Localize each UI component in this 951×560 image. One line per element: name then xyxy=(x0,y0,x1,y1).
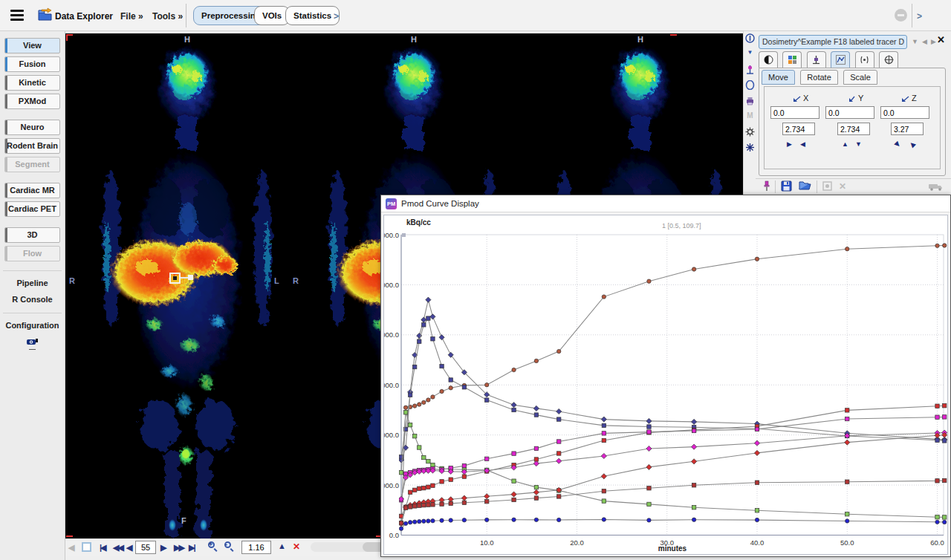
first-frame-button[interactable]: |◀ xyxy=(100,541,106,554)
pmod-logo-icon: PM xyxy=(386,198,397,209)
orientation-label-left-1: L xyxy=(274,276,279,285)
zoom-factor-input[interactable] xyxy=(241,541,271,554)
hamburger-menu-icon[interactable] xyxy=(10,10,24,21)
sidebar-divider-2 xyxy=(3,313,62,313)
orientation-label-head-3: H xyxy=(637,35,643,44)
frame-number-input[interactable] xyxy=(135,541,156,554)
reset-zoom-button[interactable]: ✕ xyxy=(293,541,300,552)
last-frame-button[interactable]: ▶| xyxy=(189,541,195,554)
sidebar-item-pipeline[interactable]: Pipeline xyxy=(0,279,65,287)
z-step-input[interactable] xyxy=(891,123,924,135)
vois-button[interactable]: VOIs xyxy=(254,6,290,25)
sidebar-item-kinetic[interactable]: Kinetic xyxy=(4,75,60,91)
gear-icon[interactable] xyxy=(744,127,756,140)
collapse-arrow-icon[interactable]: ▼ xyxy=(744,49,756,62)
save-icon[interactable] xyxy=(781,180,792,195)
y-tick-label: 2000.0 xyxy=(384,431,399,439)
chart-y-unit-label: kBq/cc xyxy=(406,218,431,227)
info-icon[interactable] xyxy=(744,33,756,47)
study-selector-combo[interactable]: Dosimetry^Example F18 labeled tracer D xyxy=(759,35,907,49)
sidebar-item-rodent-brain[interactable]: Rodent Brain xyxy=(4,138,60,154)
move-parameters-box: X Y Z ▶ ◀ ▲ ▼ ▶ ◀ xyxy=(764,86,941,169)
sidebar-item-cardiac-mr[interactable]: Cardiac MR xyxy=(4,183,60,198)
sidebar-item-r-console[interactable]: R Console xyxy=(0,295,65,304)
sidebar-item-configuration[interactable]: Configuration xyxy=(0,321,65,330)
curve-window-titlebar[interactable]: PM Pmod Curve Display xyxy=(381,195,950,212)
zoom-out-icon[interactable]: - xyxy=(224,541,235,552)
pmod-curve-display-window: PM Pmod Curve Display 10.020.030.040.050… xyxy=(380,195,951,557)
combo-next-icon[interactable]: ▶ xyxy=(931,38,936,45)
ellipse-roi-icon[interactable] xyxy=(744,80,756,94)
x-offset-input[interactable] xyxy=(770,106,819,119)
tab-rotate[interactable]: Rotate xyxy=(800,70,837,85)
sidebar-item-segment: Segment xyxy=(4,157,60,172)
y-step-input[interactable] xyxy=(837,123,870,135)
viewer-side-toolbar: ▼ M xyxy=(743,31,756,195)
data-explorer-icon[interactable] xyxy=(37,7,53,25)
pin-icon[interactable] xyxy=(762,180,771,195)
y-tick-label: 5000.0 xyxy=(384,281,399,289)
tab-reslice-tool[interactable] xyxy=(807,51,826,68)
y-step-down-button[interactable]: ▼ xyxy=(855,140,862,148)
open-folder-icon[interactable] xyxy=(799,180,811,194)
orientation-label-right-2: R xyxy=(293,276,299,285)
configuration-icon[interactable] xyxy=(25,336,41,350)
x-step-left-button[interactable]: ◀ xyxy=(800,140,805,148)
z-offset-input[interactable] xyxy=(880,106,929,119)
y-offset-input[interactable] xyxy=(825,106,874,119)
sidebar-item-view[interactable]: View xyxy=(4,38,60,53)
y-tick-label: 0.0 xyxy=(389,531,399,539)
y-tick-label: 4000.0 xyxy=(384,331,399,339)
curve-window-title: Pmod Curve Display xyxy=(401,199,479,208)
zoom-up-button[interactable]: ▲ xyxy=(278,541,286,550)
z-step-in-button[interactable]: ▶ xyxy=(895,140,900,148)
x-step-right-button[interactable]: ▶ xyxy=(787,140,792,148)
zoom-in-icon[interactable]: + xyxy=(208,541,218,552)
y-axis-header: Y xyxy=(848,94,863,102)
layout-checkbox-icon[interactable] xyxy=(82,542,91,552)
tab-rotation[interactable] xyxy=(855,51,874,68)
tab-curves[interactable] xyxy=(831,51,850,68)
z-step-out-button[interactable]: ◀ xyxy=(910,140,915,148)
sidebar-item-flow: Flow xyxy=(4,246,60,261)
next-frame-button[interactable]: ▶ xyxy=(160,541,165,554)
y-step-up-button[interactable]: ▲ xyxy=(842,140,848,148)
spider-view-icon[interactable] xyxy=(744,143,756,156)
plot-handle xyxy=(402,233,406,237)
previous-frame-button[interactable]: ◀ xyxy=(126,541,131,554)
sidebar-item-fusion[interactable]: Fusion xyxy=(4,56,60,72)
statistics-button[interactable]: Statistics xyxy=(285,6,340,25)
tab-scale[interactable]: Scale xyxy=(843,70,877,85)
tab-crosshair[interactable] xyxy=(879,51,898,68)
x-tick-label: 60.0 xyxy=(930,538,944,547)
x-tick-label: 20.0 xyxy=(570,538,584,547)
toolbar-separator xyxy=(186,4,186,27)
tools-menu[interactable]: Tools » xyxy=(152,11,183,22)
sidebar-item-pxmod[interactable]: PXMod xyxy=(4,94,60,109)
sidebar-item-3d[interactable]: 3D xyxy=(4,227,60,243)
mirror-icon: M xyxy=(744,111,756,125)
tab-move[interactable]: Move xyxy=(762,70,795,85)
rewind-button[interactable]: ◀◀ xyxy=(113,541,123,554)
sidebar-item-neuro[interactable]: Neuro xyxy=(4,120,60,135)
panel-close-button[interactable]: ✕ xyxy=(937,34,945,45)
disabled-status-icon xyxy=(895,9,907,22)
back-arrow-icon[interactable]: ◀ xyxy=(68,541,73,554)
file-menu[interactable]: File » xyxy=(120,11,143,22)
sidebar-item-cardiac-pet[interactable]: Cardiac PET xyxy=(4,201,60,217)
right-overflow-chevron[interactable]: > xyxy=(917,11,922,22)
combo-dropdown-icon[interactable]: ▼ xyxy=(912,38,918,45)
fov-tick-top-right xyxy=(670,34,677,36)
x-tick-label: 50.0 xyxy=(840,538,854,547)
tab-contrast[interactable] xyxy=(759,51,778,68)
panel-tab-row xyxy=(759,51,900,68)
x-step-input[interactable] xyxy=(782,123,815,135)
orientation-label-head-2: H xyxy=(411,35,417,44)
fast-forward-button[interactable]: ▶▶ xyxy=(174,541,184,554)
printer-icon[interactable] xyxy=(744,96,756,109)
combo-prev-icon[interactable]: ◀ xyxy=(922,38,927,45)
marker-tool-icon[interactable] xyxy=(744,65,756,78)
toolbar-overflow-chevron[interactable]: > xyxy=(334,11,339,22)
export-truck-icon xyxy=(928,180,944,194)
tab-layout[interactable] xyxy=(782,51,802,68)
